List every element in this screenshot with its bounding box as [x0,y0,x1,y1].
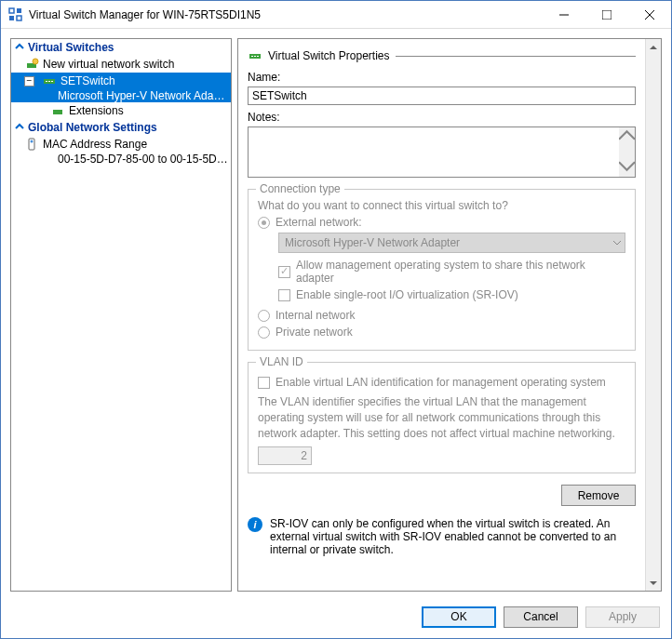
svg-point-16 [31,140,34,143]
tree-item-mac[interactable]: MAC Address Range [11,136,231,153]
check-label: Enable single-root I/O virtualization (S… [296,288,518,301]
scroll-down-icon[interactable] [646,575,661,591]
radio-label: Internal network [276,309,355,322]
svg-rect-13 [51,81,53,82]
svg-rect-12 [48,81,50,82]
section-title-row: Virtual Switch Properties [248,48,636,63]
info-row: i SR-IOV can only be configured when the… [248,517,636,556]
vlan-description: The VLAN identifier specifies the virtua… [258,394,625,441]
tree-item-setswitch-adapter: Microsoft Hyper-V Network Adapter [11,89,231,102]
scroll-up-icon[interactable] [619,127,635,146]
tree-item-new-switch[interactable]: New virtual network switch [11,56,231,73]
svg-rect-14 [53,110,62,114]
svg-rect-0 [9,8,14,13]
new-switch-icon [24,57,39,72]
checkbox-icon [278,266,290,278]
scroll-down-icon[interactable] [619,158,635,177]
connection-type-legend: Connection type [256,182,344,195]
minimize-button[interactable] [543,1,585,29]
svg-rect-3 [17,16,21,20]
chevron-down-icon [613,236,621,249]
connection-type-prompt: What do you want to connect this virtual… [258,199,625,212]
svg-rect-5 [602,10,612,20]
notes-input-wrap [248,126,636,178]
radio-label: External network: [276,216,362,229]
vlan-group: VLAN ID Enable virtual LAN identificatio… [248,362,636,473]
radio-icon [258,217,270,229]
panel-scrollbar[interactable] [645,39,661,591]
svg-rect-19 [254,56,256,57]
name-label: Name: [248,71,636,84]
radio-external: External network: [258,216,625,229]
vlan-id-input [258,446,312,465]
svg-rect-1 [17,8,21,13]
titlebar: Virtual Switch Manager for WIN-75RTS5DI1… [1,1,671,29]
properties-panel: Virtual Switch Properties Name: Notes: [238,39,645,591]
check-allow-mgmt: Allow management operating system to sha… [278,259,625,285]
svg-point-9 [33,59,38,64]
properties-panel-wrap: Virtual Switch Properties Name: Notes: [237,38,662,592]
check-sriov: Enable single-root I/O virtualization (S… [278,288,625,301]
tree-header-global[interactable]: Global Network Settings [11,119,231,136]
adapter-combo: Microsoft Hyper-V Network Adapter [278,233,625,253]
radio-label: Private network [276,326,353,339]
tree-header-virtual-switches[interactable]: Virtual Switches [11,39,231,56]
window: Virtual Switch Manager for WIN-75RTS5DI1… [0,0,672,639]
check-label: Allow management operating system to sha… [296,259,625,285]
notes-label: Notes: [248,111,636,124]
check-vlan-enable: Enable virtual LAN identification for ma… [258,376,625,389]
tree-header-label: Global Network Settings [28,121,157,134]
radio-icon [258,310,270,322]
tree-header-label: Virtual Switches [28,41,114,54]
window-title: Virtual Switch Manager for WIN-75RTS5DI1… [29,8,543,21]
check-label: Enable virtual LAN identification for ma… [276,376,606,389]
remove-button[interactable]: Remove [561,485,636,506]
svg-rect-11 [46,81,47,82]
tree-collapse-box[interactable]: − [24,76,34,87]
svg-rect-18 [251,56,253,57]
notes-scrollbar[interactable] [619,127,635,177]
maximize-button[interactable] [585,1,628,29]
dialog-footer: OK Cancel Apply [1,601,671,638]
radio-private: Private network [258,326,625,339]
connection-type-group: Connection type What do you want to conn… [248,189,636,351]
radio-internal: Internal network [258,309,625,322]
tree-item-extensions[interactable]: Extensions [11,102,231,119]
app-icon [8,7,23,22]
tree-item-label: SETSwitch [60,74,115,87]
radio-icon [258,326,270,339]
close-button[interactable] [628,1,671,29]
extensions-icon [50,103,65,118]
svg-rect-20 [257,56,259,57]
tree-item-label: MAC Address Range [43,138,147,151]
scroll-up-icon[interactable] [646,39,661,55]
body: Virtual Switches New virtual network swi… [1,29,671,601]
svg-rect-2 [9,16,14,20]
separator [396,56,637,57]
vlan-legend: VLAN ID [256,355,307,368]
ok-button[interactable]: OK [422,606,496,628]
mac-icon [24,137,39,152]
scroll-track[interactable] [646,55,661,575]
remove-row: Remove [248,485,636,506]
section-title: Virtual Switch Properties [268,49,390,62]
tree-item-label: Extensions [69,104,124,117]
checkbox-icon [278,289,290,301]
apply-button: Apply [585,606,660,628]
adapter-selected: Microsoft Hyper-V Network Adapter [285,236,460,249]
tree-item-label: New virtual network switch [43,58,174,71]
collapse-icon [15,121,24,134]
notes-input[interactable] [249,127,619,177]
info-icon: i [248,517,262,532]
collapse-icon [15,41,24,54]
tree-item-mac-value: 00-15-5D-D7-85-00 to 00-15-5D-D... [11,153,231,166]
checkbox-icon [258,377,270,389]
tree-panel: Virtual Switches New virtual network swi… [10,38,232,592]
info-text: SR-IOV can only be configured when the v… [270,517,636,556]
switch-icon [42,73,57,88]
switch-icon [248,48,262,63]
tree-item-setswitch[interactable]: − SETSwitch [11,73,231,89]
name-input[interactable] [248,87,636,105]
cancel-button[interactable]: Cancel [504,606,578,628]
